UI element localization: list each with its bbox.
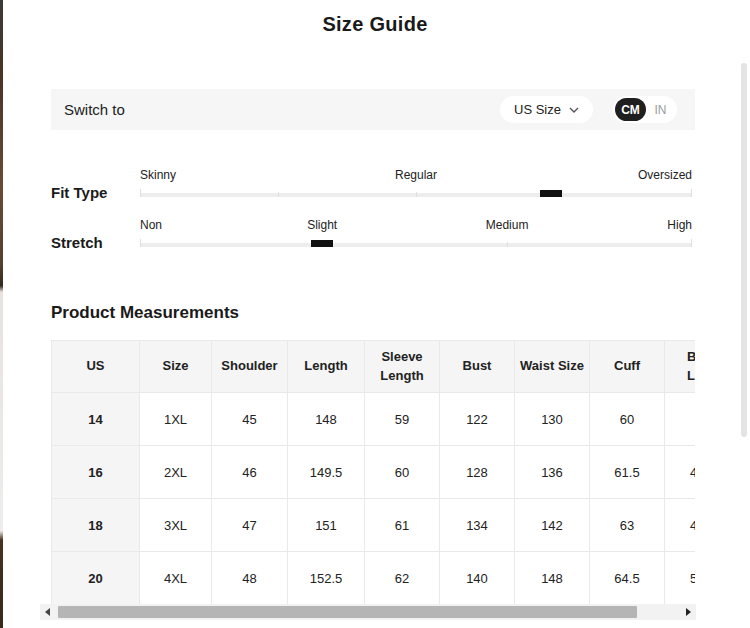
size-system-value: US Size (514, 102, 561, 117)
fit-type-track (140, 193, 692, 197)
cell-waist-size: 148 (515, 552, 590, 605)
chevron-down-icon (569, 107, 579, 113)
col-header-waist-size: Waist Size (515, 341, 590, 393)
cell-cuff: 64.5 (590, 552, 665, 605)
cell-us: 20 (52, 552, 140, 605)
product-measurements-heading: Product Measurements (51, 303, 239, 323)
cell-clipped: 4 (665, 446, 696, 499)
cell-us: 14 (52, 393, 140, 446)
fit-scale-skinny: Skinny (140, 168, 176, 182)
cell-bust: 140 (440, 552, 515, 605)
unit-toggle: CM IN (613, 96, 677, 123)
cell-cuff: 60 (590, 393, 665, 446)
col-header-shoulder: Shoulder (212, 341, 288, 393)
cell-cuff: 61.5 (590, 446, 665, 499)
cell-bust: 128 (440, 446, 515, 499)
cell-size: 4XL (140, 552, 212, 605)
size-system-dropdown[interactable]: US Size (500, 96, 593, 123)
col-header-size: Size (140, 341, 212, 393)
cell-waist-size: 130 (515, 393, 590, 446)
col-header-length: Length (288, 341, 365, 393)
unit-in-button[interactable]: IN (646, 98, 675, 121)
fit-type-slider: Skinny Regular Oversized (140, 163, 692, 203)
table-row: 18 3XL 47 151 61 134 142 63 4 (52, 499, 696, 552)
cell-length: 149.5 (288, 446, 365, 499)
cell-shoulder: 46 (212, 446, 288, 499)
measurements-table-viewport: US Size Shoulder Length Sleeve Length Bu… (51, 340, 695, 604)
cell-sleeve-length: 61 (365, 499, 440, 552)
stretch-scale-slight: Slight (307, 218, 337, 232)
switch-to-label: Switch to (64, 101, 125, 118)
col-header-sleeve-length: Sleeve Length (365, 341, 440, 393)
fit-type-indicator (540, 190, 562, 197)
cell-clipped: 5 (665, 552, 696, 605)
stretch-scale-high: High (667, 218, 692, 232)
cell-sleeve-length: 60 (365, 446, 440, 499)
cell-us: 16 (52, 446, 140, 499)
stretch-slider: Non Slight Medium High (140, 213, 692, 253)
background-page-edge (0, 0, 3, 628)
cell-sleeve-length: 59 (365, 393, 440, 446)
cell-sleeve-length: 62 (365, 552, 440, 605)
col-header-cuff: Cuff (590, 341, 665, 393)
cell-clipped: 4 (665, 499, 696, 552)
cell-size: 1XL (140, 393, 212, 446)
measurements-table: US Size Shoulder Length Sleeve Length Bu… (51, 340, 695, 604)
cell-length: 152.5 (288, 552, 365, 605)
cell-length: 148 (288, 393, 365, 446)
stretch-label: Stretch (51, 234, 103, 251)
stretch-scale-non: Non (140, 218, 162, 232)
switch-to-bar: Switch to US Size CM IN (51, 89, 695, 130)
cell-shoulder: 47 (212, 499, 288, 552)
cell-size: 3XL (140, 499, 212, 552)
page-title: Size Guide (0, 13, 750, 36)
size-guide-modal: Size Guide Switch to US Size CM IN Fit T… (0, 0, 750, 628)
switch-bar-controls: US Size CM IN (500, 96, 677, 123)
col-header-us: US (52, 341, 140, 393)
cell-cuff: 63 (590, 499, 665, 552)
stretch-scale-medium: Medium (486, 218, 529, 232)
cell-size: 2XL (140, 446, 212, 499)
cell-shoulder: 48 (212, 552, 288, 605)
cell-us: 18 (52, 499, 140, 552)
cell-clipped (665, 393, 696, 446)
stretch-indicator (311, 240, 333, 247)
col-header-clipped: B Le (665, 341, 696, 393)
horizontal-scrollbar[interactable] (40, 604, 696, 620)
unit-cm-button[interactable]: CM (615, 98, 646, 121)
col-header-bust: Bust (440, 341, 515, 393)
horizontal-scrollbar-thumb[interactable] (58, 606, 637, 618)
cell-waist-size: 142 (515, 499, 590, 552)
stretch-track (140, 243, 692, 247)
scroll-left-arrow-icon[interactable] (45, 608, 50, 616)
cell-length: 151 (288, 499, 365, 552)
vertical-scrollbar-thumb[interactable] (741, 63, 747, 437)
scroll-right-arrow-icon[interactable] (686, 608, 691, 616)
cell-bust: 134 (440, 499, 515, 552)
table-row: 20 4XL 48 152.5 62 140 148 64.5 5 (52, 552, 696, 605)
fit-type-label: Fit Type (51, 184, 107, 201)
cell-bust: 122 (440, 393, 515, 446)
fit-scale-regular: Regular (395, 168, 437, 182)
cell-shoulder: 45 (212, 393, 288, 446)
cell-waist-size: 136 (515, 446, 590, 499)
table-row: 14 1XL 45 148 59 122 130 60 (52, 393, 696, 446)
table-row: 16 2XL 46 149.5 60 128 136 61.5 4 (52, 446, 696, 499)
fit-scale-oversized: Oversized (638, 168, 692, 182)
table-header-row: US Size Shoulder Length Sleeve Length Bu… (52, 341, 696, 393)
